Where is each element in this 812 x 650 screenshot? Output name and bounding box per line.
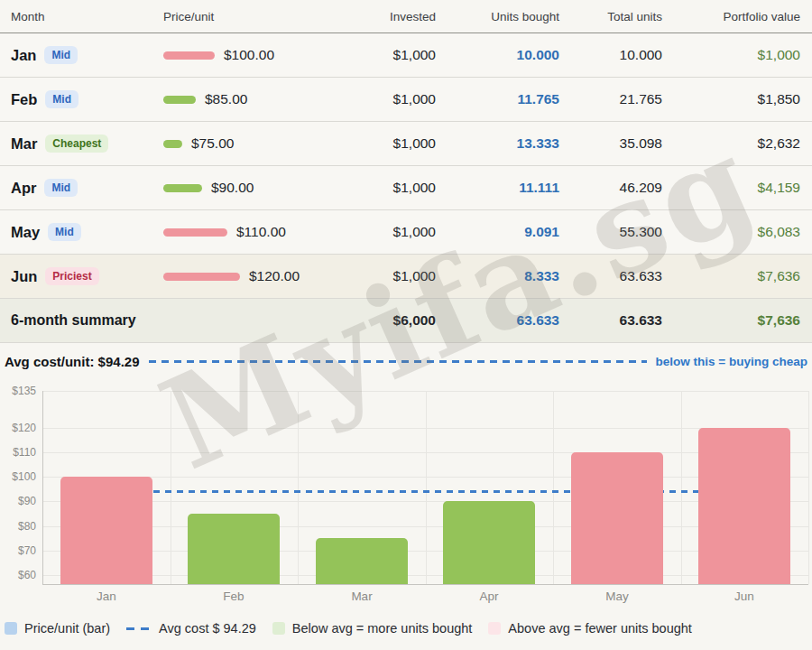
month-badge: Cheapest (45, 135, 108, 153)
y-axis-tick-label: $80 (0, 520, 36, 533)
table-body: JanMid$100.00$1,00010.00010.000$1,000Feb… (0, 33, 812, 299)
total-units-value: 55.300 (559, 224, 662, 240)
avg-cost-dashed-divider (149, 360, 647, 363)
gridline-vertical (553, 391, 554, 584)
header-cell-invested: Invested (370, 10, 436, 23)
price-bar-chart: $135$120$110$100$90$80$70$60JanFebMarApr… (0, 379, 812, 607)
portfolio-value: $7,636 (662, 268, 812, 284)
y-axis-tick-label: $120 (0, 422, 36, 434)
y-axis-tick-label: $60 (0, 569, 36, 581)
total-units-value: 35.098 (559, 135, 662, 152)
units-bought-value: 8.333 (436, 268, 559, 284)
bar-jun (698, 428, 790, 584)
y-axis-tick-label: $90 (0, 495, 36, 507)
bar-apr (443, 501, 535, 584)
x-axis-label-may: May (572, 590, 662, 603)
legend-label: Avg cost $ 94.29 (159, 621, 256, 636)
summary-portfolio-value: $7,636 (662, 312, 812, 329)
price-pill (163, 140, 182, 148)
price-label: $100.00 (224, 47, 274, 63)
header-cell-total-units: Total units (559, 10, 662, 23)
total-units-value: 10.000 (559, 47, 662, 63)
table-row-jan: JanMid$100.00$1,00010.00010.000$1,000 (0, 33, 812, 78)
month-badge: Mid (44, 46, 78, 64)
units-bought-value: 10.000 (436, 47, 559, 63)
month-label: Feb (11, 91, 37, 108)
header-cell-month: Month (0, 10, 152, 23)
month-badge: Mid (45, 90, 78, 108)
header-cell-units-bought: Units bought (436, 10, 559, 23)
price-pill (163, 184, 202, 192)
invested-value: $1,000 (370, 47, 436, 63)
y-axis-tick-label: $100 (0, 470, 36, 483)
y-axis-tick-label: $110 (0, 446, 36, 459)
x-axis-label-feb: Feb (189, 590, 279, 603)
month-label: Jun (11, 268, 37, 285)
total-units-value: 21.765 (559, 91, 662, 107)
month-label: Jan (11, 47, 36, 64)
avg-cost-label: Avg cost/unit: $94.29 (5, 354, 140, 369)
price-pill (163, 51, 215, 60)
month-badge: Mid (48, 223, 81, 241)
total-units-value: 63.633 (559, 268, 662, 284)
units-bought-value: 11.765 (436, 91, 559, 107)
invested-value: $1,000 (370, 224, 436, 240)
avg-cost-row: Avg cost/unit: $94.29 below this = buyin… (0, 343, 812, 379)
legend-above-avg: Above avg = fewer units bought (488, 621, 692, 636)
portfolio-value: $1,850 (662, 91, 812, 107)
summary-units-bought: 63.633 (436, 312, 559, 329)
square-swatch-icon (272, 622, 285, 635)
x-axis-label-jan: Jan (61, 590, 152, 603)
units-bought-value: 13.333 (436, 135, 559, 152)
table-row-apr: AprMid$90.00$1,00011.11146.209$4,159 (0, 166, 812, 210)
chart-legend: Price/unit (bar)Avg cost $ 94.29Below av… (0, 607, 812, 650)
bar-may (571, 452, 663, 584)
legend-label: Below avg = more units bought (292, 621, 473, 636)
summary-label: 6-month summary (0, 312, 370, 329)
summary-total-units: 63.633 (559, 312, 662, 329)
table-row-jun: JunPriciest$120.00$1,0008.33363.633$7,63… (0, 255, 812, 299)
x-axis-line (42, 584, 808, 585)
invested-value: $1,000 (370, 135, 436, 152)
legend-label: Above avg = fewer units bought (508, 621, 692, 636)
table-row-may: MayMid$110.00$1,0009.09155.300$6,083 (0, 210, 812, 255)
month-badge: Mid (44, 179, 78, 197)
month-label: Apr (11, 180, 36, 197)
invested-value: $1,000 (370, 91, 436, 107)
table-header-row: MonthPrice/unitInvestedUnits boughtTotal… (0, 0, 812, 33)
month-badge: Priciest (45, 267, 98, 285)
bar-jan (60, 477, 152, 584)
square-swatch-icon (5, 622, 17, 635)
total-units-value: 46.209 (559, 180, 662, 196)
units-bought-value: 9.091 (436, 224, 559, 240)
square-swatch-icon (488, 622, 501, 635)
y-axis-tick-label: $135 (0, 385, 36, 397)
y-axis-tick-label: $70 (0, 544, 36, 557)
units-bought-value: 11.111 (436, 180, 559, 196)
portfolio-value: $4,159 (662, 180, 812, 196)
price-pill (163, 228, 227, 237)
gridline-vertical (426, 391, 427, 584)
y-axis-line (42, 391, 43, 584)
gridline-vertical (681, 391, 682, 584)
bar-mar (316, 538, 408, 584)
x-axis-label-jun: Jun (699, 590, 789, 603)
header-cell-price-unit: Price/unit (152, 10, 370, 23)
legend-avg-cost: Avg cost $ 94.29 (126, 621, 256, 636)
gridline-vertical (171, 391, 171, 584)
bar-feb (188, 514, 280, 584)
invested-value: $1,000 (370, 180, 436, 196)
portfolio-value: $1,000 (662, 47, 812, 63)
gridline-vertical (298, 391, 299, 584)
summary-invested: $6,000 (370, 312, 436, 329)
x-axis-label-apr: Apr (444, 590, 534, 603)
price-pill (163, 96, 196, 104)
portfolio-value: $6,083 (662, 224, 812, 240)
dashes-swatch-icon (126, 627, 152, 630)
avg-cost-note: below this = buying cheap (656, 355, 807, 368)
table-row-mar: MarCheapest$75.00$1,00013.33335.098$2,63… (0, 122, 812, 166)
invested-value: $1,000 (370, 268, 436, 284)
portfolio-value: $2,632 (662, 135, 812, 152)
legend-below-avg: Below avg = more units bought (272, 621, 473, 636)
price-label: $120.00 (249, 268, 300, 284)
